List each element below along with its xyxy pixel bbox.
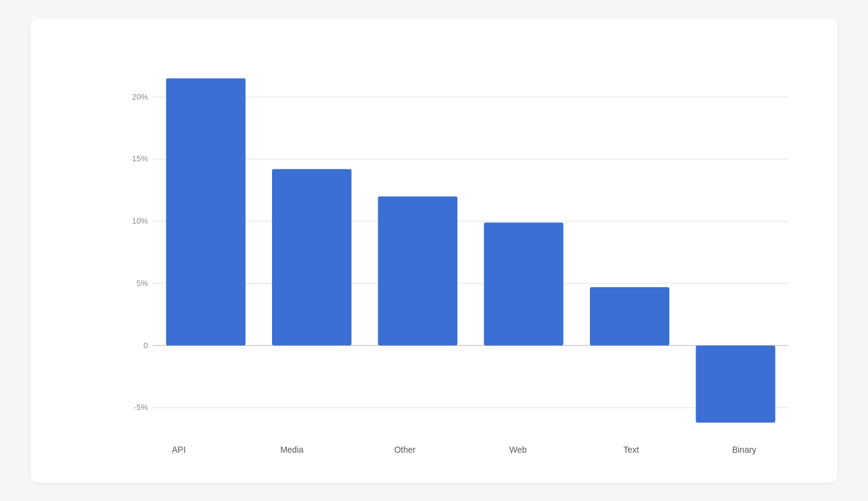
svg-text:15%: 15% — [132, 154, 148, 163]
bar-chart-svg: 20%15%10%5%0-5% — [122, 65, 801, 440]
x-label: Media — [235, 445, 348, 455]
x-label: Binary — [688, 445, 801, 455]
x-axis-labels: APIMediaOtherWebTextBinary — [122, 445, 801, 455]
x-label: Text — [575, 445, 688, 455]
svg-rect-17 — [590, 287, 669, 346]
y-axis-label — [67, 65, 86, 455]
chart-area: 20%15%10%5%0-5% APIMediaOtherWebTextBina… — [67, 65, 801, 455]
chart-inner: 20%15%10%5%0-5% APIMediaOtherWebTextBina… — [92, 65, 801, 455]
svg-rect-13 — [166, 78, 246, 345]
svg-text:0: 0 — [144, 341, 148, 350]
svg-text:-5%: -5% — [134, 403, 149, 412]
x-label: Web — [462, 445, 575, 455]
svg-text:10%: 10% — [132, 216, 148, 225]
svg-rect-14 — [272, 169, 351, 346]
svg-rect-18 — [696, 346, 775, 423]
x-label: API — [122, 445, 235, 455]
svg-rect-15 — [378, 196, 457, 345]
x-label: Other — [348, 445, 462, 455]
svg-rect-16 — [484, 222, 564, 345]
chart-card: 20%15%10%5%0-5% APIMediaOtherWebTextBina… — [31, 18, 837, 483]
plot-area: 20%15%10%5%0-5% — [122, 65, 801, 440]
svg-text:20%: 20% — [132, 92, 148, 101]
svg-text:5%: 5% — [136, 279, 148, 288]
